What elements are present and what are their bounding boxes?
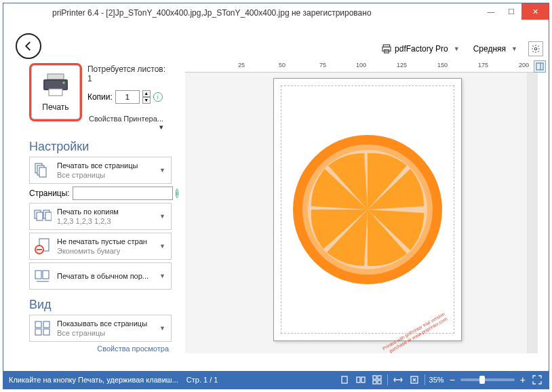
arrow-left-icon: [22, 40, 35, 52]
maximize-button[interactable]: ☐: [501, 3, 521, 20]
pages-input[interactable]: [73, 187, 173, 200]
option-title: Печатать все страницы: [57, 161, 157, 170]
svg-rect-32: [361, 377, 365, 383]
svg-rect-23: [35, 329, 41, 335]
settings-button[interactable]: [528, 41, 543, 56]
zoom-thumb[interactable]: [479, 376, 485, 384]
print-button-label: Печать: [42, 102, 68, 112]
view-multi-icon[interactable]: [371, 374, 383, 386]
normal-order-option[interactable]: Печатать в обычном пор... ▼: [29, 262, 172, 290]
order-icon: [33, 267, 53, 286]
chevron-down-icon: ▼: [157, 213, 168, 220]
preview-area[interactable]: Printed with priPrinter trial version pu…: [185, 73, 538, 353]
status-right: 35% − +: [338, 374, 543, 386]
svg-rect-20: [43, 271, 49, 279]
svg-rect-34: [378, 376, 381, 379]
svg-rect-8: [49, 89, 62, 96]
view-single-icon[interactable]: [338, 374, 351, 386]
horizontal-ruler: 25 50 75 100 125 150 175 200: [185, 60, 538, 73]
titlebar: priPrinter 6.4 - [2]Jp_STonY_400x400.jpg…: [3, 3, 549, 22]
window-controls: — ☐ ✕: [481, 3, 549, 20]
svg-rect-31: [357, 377, 360, 383]
quality-selector[interactable]: Средняя ▼: [471, 43, 523, 55]
statusbar: Кликайте на кнопку Печать, удерживая кла…: [3, 371, 549, 389]
print-side-info: Потребуется листов: 1 Копии: ▲ ▼ i Свойс…: [87, 63, 172, 132]
no-print-icon: [33, 237, 53, 256]
ruler-tick: 100: [356, 62, 366, 68]
spin-down[interactable]: ▼: [142, 97, 151, 104]
printer-icon: [381, 43, 392, 54]
zoom-value: 35%: [429, 376, 444, 384]
svg-rect-22: [43, 321, 50, 328]
svg-rect-30: [342, 376, 347, 383]
svg-rect-24: [43, 329, 50, 335]
option-title: Печатать в обычном пор...: [57, 271, 157, 281]
print-button[interactable]: Печать: [29, 63, 82, 121]
ruler-tick: 150: [437, 62, 448, 68]
skip-empty-option[interactable]: Не печатать пустые стран Экономить бумаг…: [29, 233, 172, 260]
printer-properties-link[interactable]: Свойства Принтера... ▾: [87, 115, 172, 132]
option-title: Печать по копиям: [57, 207, 157, 216]
svg-rect-25: [536, 63, 543, 70]
print-all-pages-option[interactable]: Печатать все страницы Все страницы ▼: [29, 157, 172, 184]
svg-rect-4: [47, 74, 64, 79]
svg-point-7: [62, 82, 64, 84]
ruler-tick: 75: [319, 62, 326, 68]
printer-icon: [41, 73, 71, 97]
printer-selector[interactable]: pdfFactory Pro ▼: [378, 42, 465, 56]
view-book-icon[interactable]: [355, 374, 367, 386]
chevron-down-icon: ▼: [157, 243, 168, 250]
print-section: Печать Потребуется листов: 1 Копии: ▲ ▼ …: [29, 63, 172, 132]
option-sub: Все страницы: [57, 170, 157, 180]
ruler-tick: 200: [519, 62, 529, 68]
chevron-down-icon: ▼: [157, 167, 168, 174]
collate-icon: [33, 207, 53, 226]
spin-up[interactable]: ▲: [142, 90, 151, 97]
quality-label: Средняя: [473, 44, 506, 54]
page-content: [281, 85, 454, 334]
copies-spinner: ▲ ▼: [142, 90, 151, 104]
copies-input[interactable]: [115, 90, 140, 104]
ruler-tick: 25: [238, 62, 245, 68]
window-title: priPrinter 6.4 - [2]Jp_STonY_400x400.jpg…: [52, 8, 372, 18]
fit-page-icon[interactable]: [408, 374, 420, 386]
fit-width-icon[interactable]: [392, 374, 404, 386]
chevron-down-icon: ▼: [509, 45, 520, 52]
svg-rect-36: [378, 380, 381, 384]
minimize-button[interactable]: —: [481, 3, 501, 20]
zoom-in-button[interactable]: +: [519, 375, 527, 385]
zoom-slider[interactable]: [460, 378, 515, 381]
status-page: Стр. 1 / 1: [186, 376, 218, 384]
page-preview[interactable]: Printed with priPrinter trial version pu…: [273, 78, 462, 341]
view-properties-link[interactable]: Свойства просмотра: [29, 345, 172, 353]
svg-rect-1: [382, 47, 391, 51]
fullscreen-icon[interactable]: [531, 374, 543, 386]
pages-label: Страницы:: [29, 189, 70, 198]
pages-grid-icon: [33, 319, 53, 338]
copies-label: Копии:: [87, 92, 113, 102]
zoom-out-button[interactable]: −: [448, 375, 456, 385]
ruler-tick: 125: [397, 62, 407, 68]
vertical-scrollbar[interactable]: [527, 73, 538, 353]
option-sub: 1,2,3 1,2,3 1,2,3: [57, 216, 157, 226]
left-panel: Печать Потребуется листов: 1 Копии: ▲ ▼ …: [29, 63, 172, 353]
close-button[interactable]: ✕: [521, 3, 549, 20]
svg-point-3: [534, 47, 537, 50]
panel-icon: [536, 62, 544, 71]
info-icon[interactable]: i: [153, 92, 163, 102]
settings-header: Настройки: [29, 140, 172, 154]
svg-rect-33: [373, 376, 376, 379]
chevron-down-icon: ▼: [157, 325, 168, 332]
copies-row: Копии: ▲ ▼ i: [87, 90, 172, 104]
orange-slice-image: [290, 132, 446, 288]
toggle-right-panel[interactable]: [534, 60, 546, 73]
chevron-down-icon: ▼: [451, 45, 462, 52]
status-hint: Кликайте на кнопку Печать, удерживая кла…: [9, 376, 178, 384]
show-all-pages-option[interactable]: Показывать все страницы Все страницы ▼: [29, 315, 172, 342]
printer-name: pdfFactory Pro: [395, 44, 448, 54]
svg-rect-21: [35, 321, 41, 328]
back-button[interactable]: [16, 33, 41, 59]
option-sub: Все страницы: [57, 328, 157, 338]
collate-option[interactable]: Печать по копиям 1,2,3 1,2,3 1,2,3 ▼: [29, 203, 172, 230]
info-icon[interactable]: i: [176, 189, 178, 198]
